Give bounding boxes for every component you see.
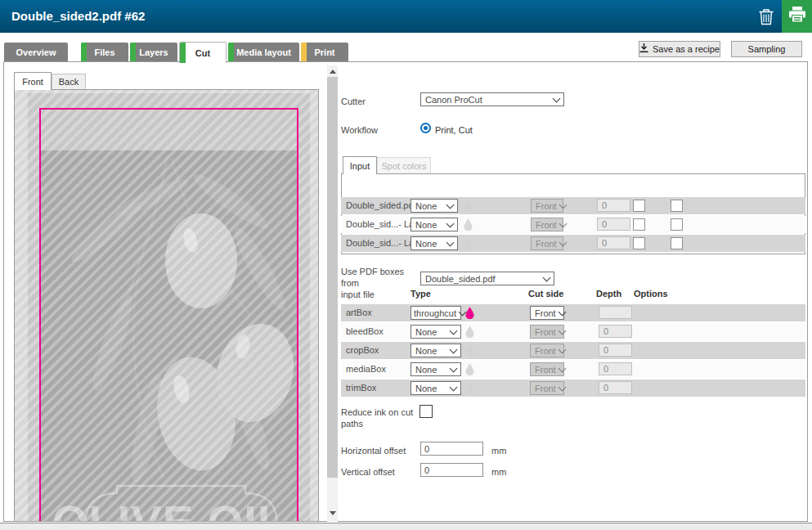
type-select[interactable]: None (410, 236, 458, 250)
type-select[interactable]: None (410, 381, 461, 395)
vertical-offset-unit: mm (491, 466, 506, 478)
tab-status-strip (301, 43, 307, 61)
cut-side-select[interactable]: Front (530, 306, 564, 320)
flip-vertical-checkbox[interactable] (671, 237, 683, 249)
workflow-radio-print-cut[interactable] (420, 123, 431, 133)
chevron-down-icon (450, 383, 458, 391)
chevron-down-icon (558, 326, 566, 335)
print-button[interactable] (782, 0, 812, 33)
cutter-select[interactable]: Canon ProCut (420, 92, 564, 106)
save-as-recipe-button[interactable]: Save as a recipe (639, 41, 720, 57)
tab-status-strip (228, 43, 234, 61)
type-select[interactable]: None (410, 344, 461, 357)
table-row: Double_sid...- Layer 2 None Front 0 (341, 216, 805, 233)
workflow-label: Workflow (341, 124, 378, 136)
chevron-down-icon (559, 200, 567, 209)
flip-vertical-checkbox[interactable] (671, 200, 683, 212)
preview-tab-front-label: Front (22, 77, 43, 87)
cut-side-value: Front (535, 346, 556, 356)
type-value: None (415, 239, 437, 249)
scroll-up-arrow-icon[interactable] (330, 70, 336, 74)
type-value: throughcut (414, 308, 456, 318)
type-select[interactable]: None (410, 362, 461, 376)
cut-side-value: Front (535, 327, 556, 337)
tab-print-label: Print (314, 47, 334, 57)
type-select[interactable]: None (410, 218, 458, 231)
vertical-offset-input[interactable] (420, 463, 483, 477)
subtab-spot-colors-label: Spot colors (381, 161, 426, 171)
tab-print[interactable]: Print (301, 43, 348, 61)
chevron-down-icon (450, 364, 458, 372)
reduce-ink-label-line2: paths (341, 418, 415, 429)
droplet-icon (464, 200, 473, 212)
cutter-label: Cutter (341, 96, 366, 107)
preview-tab-front[interactable]: Front (14, 72, 52, 90)
cut-side-value: Front (536, 239, 557, 249)
depth-field: 0 (597, 218, 630, 231)
type-value: None (415, 365, 437, 375)
type-select[interactable]: None (410, 199, 458, 213)
row-name: artBox (346, 304, 372, 321)
preview-tab-back[interactable]: Back (52, 74, 86, 89)
col-header-cut-side: Cut side (528, 289, 563, 299)
chevron-down-icon (558, 364, 566, 372)
table-row: Double_sid...- Layer 1 None Front 0 (341, 235, 805, 252)
col-header-depth: Depth (596, 289, 621, 299)
flip-horizontal-checkbox[interactable] (633, 200, 645, 212)
type-select[interactable]: throughcut (410, 306, 461, 320)
depth-field: 0 (599, 344, 632, 357)
chevron-down-icon (543, 273, 551, 281)
tab-status-strip (81, 43, 87, 61)
tab-media-layout-label: Media layout (236, 47, 291, 57)
sampling-button[interactable]: Sampling (731, 41, 802, 57)
job-title: Double_sided2.pdf #62 (11, 9, 145, 23)
tab-overview[interactable]: Overview (4, 43, 68, 61)
cut-path-outline (39, 108, 298, 522)
chevron-down-icon (446, 238, 455, 246)
reduce-ink-checkbox[interactable] (419, 405, 433, 418)
artwork-preview: OLIVE OIL (14, 89, 319, 522)
flip-vertical-checkbox[interactable] (671, 218, 683, 231)
type-value: None (415, 346, 437, 356)
sampling-label: Sampling (748, 44, 786, 54)
reduce-ink-label: Reduce ink on cut paths (341, 406, 415, 429)
trash-icon[interactable] (758, 8, 774, 25)
tab-cut[interactable]: Cut (179, 42, 227, 63)
chevron-down-icon (559, 219, 567, 227)
cut-side-select: Front (531, 218, 563, 231)
horizontal-offset-label: Horizontal offset (341, 445, 406, 456)
tab-files[interactable]: Files (81, 43, 128, 61)
save-as-recipe-label: Save as a recipe (653, 44, 720, 54)
horizontal-offset-input[interactable] (420, 442, 483, 456)
table-row: mediaBox None Front 0 (341, 361, 805, 378)
droplet-icon (465, 363, 474, 375)
scrollbar-thumb[interactable] (327, 77, 338, 478)
chevron-down-icon (553, 94, 561, 102)
pdf-boxes-select[interactable]: Double_sided.pdf (420, 272, 554, 285)
tab-layers[interactable]: Layers (130, 43, 177, 61)
cut-side-value: Front (536, 201, 557, 211)
table-row: trimBox None Front 0 (341, 380, 805, 397)
type-select[interactable]: None (410, 325, 461, 339)
subtab-spot-colors[interactable]: Spot colors (377, 157, 431, 173)
printer-icon (788, 7, 806, 26)
chevron-down-icon (558, 383, 566, 391)
cut-side-select: Front (530, 381, 564, 395)
cut-side-value: Front (536, 220, 557, 230)
table-row: bleedBox None Front 0 (341, 323, 805, 340)
flip-horizontal-checkbox[interactable] (633, 218, 645, 231)
subtab-input[interactable]: Input (343, 156, 377, 174)
row-name: mediaBox (346, 361, 386, 378)
scroll-down-arrow-icon[interactable] (330, 511, 336, 515)
depth-field: 0 (599, 325, 632, 338)
pdf-boxes-label-line1: Use PDF boxes from (341, 266, 423, 289)
chevron-down-icon (558, 308, 566, 316)
chevron-down-icon (558, 345, 566, 353)
tab-media-layout[interactable]: Media layout (228, 43, 299, 61)
row-name: trimBox (346, 380, 376, 397)
chevron-down-icon (446, 200, 455, 209)
cut-side-select: Front (530, 344, 564, 357)
droplet-icon (465, 344, 474, 357)
depth-field (599, 306, 632, 319)
flip-horizontal-checkbox[interactable] (633, 237, 645, 249)
